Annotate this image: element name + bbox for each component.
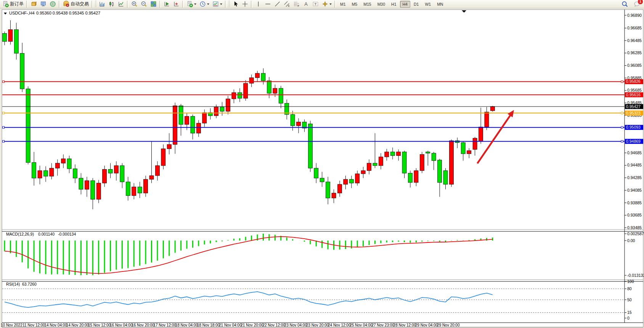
channel-icon: E: [284, 1, 290, 7]
candle-body: [73, 169, 77, 178]
candle-body: [149, 176, 154, 179]
price-axis-label: 0.94085: [627, 188, 642, 192]
cursor-icon: [232, 1, 239, 7]
text-button[interactable]: A: [302, 0, 310, 8]
crosshair-button[interactable]: [241, 0, 249, 8]
zoom-out-button[interactable]: [140, 0, 148, 8]
candle-body: [8, 30, 13, 42]
auto-icon: [63, 1, 69, 7]
candle-body: [144, 179, 148, 193]
candle-body: [138, 187, 142, 193]
candle-body: [202, 113, 207, 123]
cursor-button[interactable]: [231, 0, 240, 8]
candle-body: [161, 149, 165, 166]
candle-body: [367, 163, 371, 171]
line-handle-left[interactable]: [3, 81, 5, 82]
auto-scroll-button[interactable]: [162, 0, 171, 8]
candles-icon: [108, 1, 115, 7]
hline-icon: [265, 1, 271, 7]
price-axis-label: 0.94485: [627, 163, 642, 167]
market-watch-button[interactable]: [39, 0, 48, 8]
toolbox-button[interactable]: [29, 0, 38, 8]
svg-text:T: T: [315, 2, 317, 6]
candle-body: [55, 163, 59, 168]
new-chart-button[interactable]: [185, 0, 198, 8]
search-button[interactable]: [620, 0, 629, 8]
label-button[interactable]: T: [311, 0, 320, 8]
candlestick-chart-button[interactable]: [107, 0, 116, 8]
toolbar-separator: [26, 1, 28, 8]
chart-area: 0.968900.966850.964850.962850.960850.958…: [0, 8, 644, 328]
time-axis-label: 24 Nov 12:00: [328, 323, 351, 327]
toolbar-separator: [251, 1, 252, 8]
candle-body: [91, 181, 95, 199]
rsi-axis-label: 50: [627, 297, 632, 302]
chart-symbol-label: USDCHF-,H4: [9, 11, 35, 15]
price-tag-label: 0.94869: [626, 139, 641, 144]
candle-body: [402, 152, 406, 173]
line-handle-right[interactable]: [621, 81, 623, 82]
fibonacci-button[interactable]: F: [292, 0, 301, 8]
candle-body: [485, 112, 489, 127]
candle-body: [490, 107, 495, 111]
line-icon: [118, 1, 124, 7]
arrows-button[interactable]: [321, 0, 333, 8]
autotrading-button[interactable]: 自动交易: [62, 0, 90, 8]
timeframe-d1-button[interactable]: D1: [411, 1, 421, 8]
time-axis-label: 16 Nov 20:00: [132, 323, 154, 327]
time-axis-label: 21 Nov 04:00: [219, 323, 242, 327]
zoom-in-button[interactable]: [130, 0, 139, 8]
timeframe-mn-button[interactable]: MN: [434, 1, 446, 8]
tile-windows-button[interactable]: [149, 0, 158, 8]
equidistant-channel-button[interactable]: E: [283, 0, 291, 8]
line-handle-right[interactable]: [621, 126, 623, 128]
candle-body: [96, 183, 101, 199]
timeframe-m1-button[interactable]: M1: [337, 1, 348, 8]
rsi-axis-label: 80: [627, 286, 632, 291]
metatrader-window: 新订单自动交易EFATM1M5M15M30H1H4D1W1MN1 0.96890…: [0, 0, 644, 328]
trendline-button[interactable]: [273, 0, 282, 8]
toolbar-separator: [127, 1, 128, 8]
line-handle-left[interactable]: [3, 141, 5, 142]
candle-body: [308, 124, 312, 168]
candle-body: [390, 152, 395, 156]
toolbar-separator: [92, 1, 93, 8]
candle-body: [473, 138, 477, 149]
candle-body: [438, 160, 442, 183]
timeframe-m5-button[interactable]: M5: [349, 1, 360, 8]
price-tag-label: 0.95826: [626, 79, 641, 84]
line-handle-right[interactable]: [621, 112, 623, 114]
candle-body: [397, 152, 401, 156]
toolbar-grip: [228, 1, 230, 8]
data-window-button[interactable]: [48, 0, 57, 8]
timeframe-m15-button[interactable]: M15: [361, 1, 374, 8]
chart-shift-button[interactable]: [172, 0, 181, 8]
vertical-line-button[interactable]: [254, 0, 263, 8]
crosshair-icon: [242, 1, 248, 7]
timeframe-m30-button[interactable]: M30: [375, 1, 388, 8]
line-handle-left[interactable]: [3, 112, 5, 114]
templates-button[interactable]: [211, 0, 223, 8]
candle-body: [461, 142, 465, 153]
line-handle-left[interactable]: [3, 126, 5, 128]
line-handle-right[interactable]: [621, 141, 623, 142]
candle-body: [43, 171, 48, 176]
candle-body: [126, 182, 130, 196]
toolbar-separator: [225, 1, 226, 8]
svg-text:A: A: [304, 1, 308, 7]
candle-body: [273, 88, 277, 93]
chevron-down-icon: [194, 3, 196, 5]
timeframe-h4-button[interactable]: H4: [400, 1, 410, 8]
chart-ohlc-values: 0.95360 0.95438 0.95345 0.95427: [36, 11, 100, 15]
line-chart-button[interactable]: [117, 0, 125, 8]
periods-button[interactable]: [198, 0, 210, 8]
new-order-button[interactable]: 新订单: [1, 0, 25, 8]
doc-plus-icon: [186, 1, 193, 7]
timeframe-w1-button[interactable]: W1: [422, 1, 434, 8]
horizontal-line-button[interactable]: [263, 0, 272, 8]
notifications-button[interactable]: 1: [633, 0, 641, 8]
candle-body: [297, 122, 301, 126]
candle-body: [443, 171, 448, 184]
bar-chart-button[interactable]: [98, 0, 106, 8]
timeframe-h1-button[interactable]: H1: [389, 1, 399, 8]
